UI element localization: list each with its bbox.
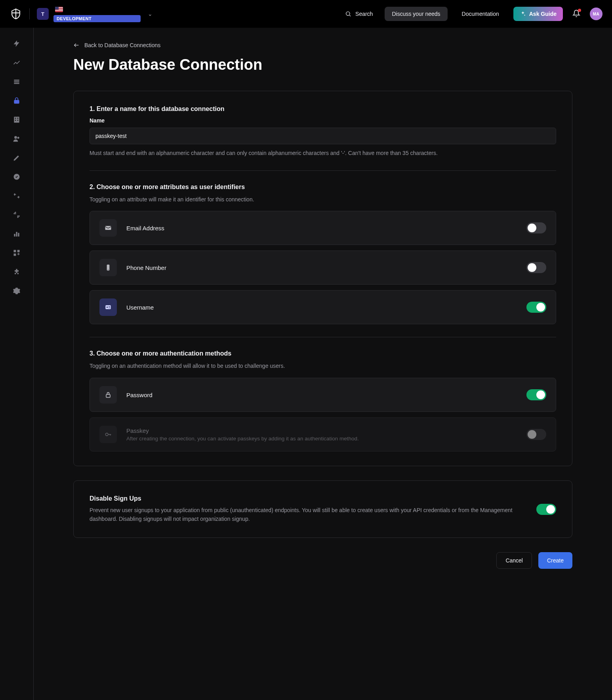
row-label: Password bbox=[126, 392, 526, 398]
sidebar bbox=[0, 28, 34, 700]
tenant-avatar: T bbox=[37, 8, 49, 20]
phone-icon bbox=[99, 259, 117, 276]
sidebar-item-authentication[interactable] bbox=[12, 96, 21, 105]
disable-signups-title: Disable Sign Ups bbox=[90, 495, 513, 502]
identifier-row-email: Email Address bbox=[90, 211, 556, 245]
discuss-needs-button[interactable]: Discuss your needs bbox=[385, 7, 447, 21]
sidebar-item-branding[interactable] bbox=[12, 153, 21, 163]
connection-name-input[interactable] bbox=[90, 128, 556, 144]
identifier-row-username: Username bbox=[90, 290, 556, 324]
back-link[interactable]: Back to Database Connections bbox=[73, 42, 572, 48]
create-button[interactable]: Create bbox=[538, 552, 572, 569]
region-flag-icon bbox=[55, 7, 63, 12]
auth-row-passkey: Passkey After creating the connection, y… bbox=[90, 417, 556, 451]
row-label: Phone Number bbox=[126, 264, 526, 271]
page-title: New Database Connection bbox=[73, 56, 572, 73]
app-header: T DEVELOPMENT ⌄ Search Discuss your need… bbox=[0, 0, 612, 28]
sidebar-item-organizations[interactable] bbox=[12, 115, 21, 124]
row-label: Passkey bbox=[126, 427, 526, 434]
ask-guide-button[interactable]: Ask Guide bbox=[513, 7, 563, 21]
search-label: Search bbox=[355, 11, 373, 17]
svg-rect-15 bbox=[14, 254, 16, 256]
svg-rect-13 bbox=[14, 250, 16, 252]
svg-rect-11 bbox=[16, 232, 17, 237]
sidebar-item-monitoring[interactable] bbox=[12, 229, 21, 239]
tenant-name-row bbox=[53, 6, 141, 13]
username-icon bbox=[99, 298, 117, 316]
svg-point-25 bbox=[105, 433, 108, 436]
toggle-disable-signups[interactable] bbox=[536, 504, 556, 515]
section-heading: 2. Choose one or more attributes as user… bbox=[90, 184, 556, 191]
tenant-picker[interactable]: T DEVELOPMENT ⌄ bbox=[37, 6, 155, 22]
auth-row-password: Password bbox=[90, 378, 556, 412]
svg-point-21 bbox=[107, 307, 108, 308]
svg-rect-17 bbox=[105, 226, 111, 230]
section-heading: 3. Choose one or more authentication met… bbox=[90, 350, 556, 357]
svg-rect-6 bbox=[17, 120, 19, 121]
email-icon bbox=[99, 219, 117, 237]
chevron-down-icon: ⌄ bbox=[145, 11, 155, 17]
toggle-phone[interactable] bbox=[526, 262, 546, 273]
section-sub: Toggling on an authentication method wil… bbox=[90, 362, 556, 371]
sidebar-item-forms[interactable] bbox=[12, 210, 21, 220]
sparkle-icon bbox=[520, 11, 526, 17]
svg-point-8 bbox=[17, 137, 19, 139]
section-sub: Toggling on an attribute will make it an… bbox=[90, 195, 556, 204]
logo-icon bbox=[10, 8, 22, 20]
user-avatar[interactable]: MA bbox=[590, 8, 602, 20]
row-desc: After creating the connection, you can a… bbox=[126, 436, 526, 442]
identifier-row-phone: Phone Number bbox=[90, 251, 556, 285]
sidebar-item-activity[interactable] bbox=[12, 58, 21, 67]
search-icon bbox=[345, 11, 351, 17]
svg-rect-10 bbox=[14, 234, 15, 237]
arrow-left-icon bbox=[73, 42, 80, 48]
svg-rect-14 bbox=[17, 250, 20, 252]
sidebar-item-quickstart[interactable] bbox=[12, 39, 21, 48]
disable-signups-panel: Disable Sign Ups Prevent new user signup… bbox=[73, 480, 572, 538]
disable-signups-desc: Prevent new user signups to your applica… bbox=[90, 506, 513, 523]
svg-point-19 bbox=[108, 270, 109, 270]
footer-actions: Cancel Create bbox=[73, 552, 572, 569]
env-badge: DEVELOPMENT bbox=[53, 15, 141, 22]
svg-rect-24 bbox=[106, 394, 110, 398]
main-content: Back to Database Connections New Databas… bbox=[34, 28, 612, 700]
sidebar-item-users[interactable] bbox=[12, 134, 21, 143]
back-link-label: Back to Database Connections bbox=[84, 42, 160, 48]
toggle-password[interactable] bbox=[526, 389, 546, 400]
password-icon bbox=[99, 386, 117, 404]
svg-line-1 bbox=[349, 15, 351, 16]
key-icon bbox=[99, 426, 117, 443]
svg-rect-3 bbox=[15, 118, 16, 119]
row-label: Username bbox=[126, 304, 526, 311]
svg-rect-5 bbox=[15, 120, 16, 121]
divider bbox=[29, 8, 30, 19]
tenant-info: DEVELOPMENT bbox=[53, 6, 141, 22]
section-identifiers: 2. Choose one or more attributes as user… bbox=[90, 170, 556, 325]
toggle-email[interactable] bbox=[526, 222, 546, 233]
search-button[interactable]: Search bbox=[340, 8, 377, 20]
svg-point-0 bbox=[346, 12, 350, 15]
cancel-button[interactable]: Cancel bbox=[496, 552, 532, 569]
sidebar-item-extensions[interactable] bbox=[12, 267, 21, 277]
svg-point-7 bbox=[14, 136, 17, 139]
notifications-button[interactable] bbox=[570, 7, 583, 21]
toggle-passkey bbox=[526, 429, 546, 440]
section-name: 1. Enter a name for this database connec… bbox=[90, 105, 556, 158]
connection-config-panel: 1. Enter a name for this database connec… bbox=[73, 91, 572, 466]
svg-rect-20 bbox=[105, 305, 111, 309]
row-label: Email Address bbox=[126, 225, 526, 231]
ask-guide-label: Ask Guide bbox=[529, 11, 557, 17]
svg-rect-4 bbox=[17, 118, 19, 119]
sidebar-item-security[interactable] bbox=[12, 172, 21, 182]
sidebar-item-applications[interactable] bbox=[12, 77, 21, 86]
name-label: Name bbox=[90, 117, 556, 124]
sidebar-item-settings[interactable] bbox=[12, 286, 21, 296]
svg-rect-12 bbox=[18, 233, 19, 237]
sidebar-item-marketplace[interactable] bbox=[12, 248, 21, 258]
toggle-username[interactable] bbox=[526, 302, 546, 313]
svg-rect-2 bbox=[14, 117, 19, 123]
sidebar-item-actions[interactable] bbox=[12, 191, 21, 201]
documentation-link[interactable]: Documentation bbox=[455, 7, 506, 21]
section-heading: 1. Enter a name for this database connec… bbox=[90, 105, 556, 113]
section-auth-methods: 3. Choose one or more authentication met… bbox=[90, 337, 556, 451]
